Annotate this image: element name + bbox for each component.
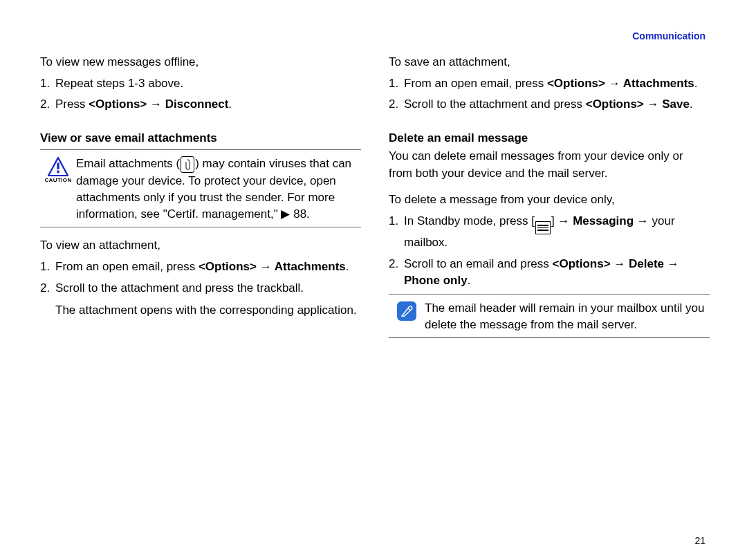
- bold-text: <Options>: [199, 260, 257, 273]
- divider: [389, 294, 710, 295]
- delete-step-1: 1. In Standby mode, press [] → Messaging…: [389, 213, 710, 252]
- text: Press: [55, 97, 89, 111]
- note-icon: [397, 301, 416, 321]
- step-number: 1.: [389, 213, 404, 252]
- caution-text: Email attachments () may contain viruses…: [76, 156, 361, 223]
- step-text: Repeat steps 1-3 above.: [55, 75, 361, 93]
- arrow-text: →: [147, 97, 165, 111]
- bold-text: Attachments: [623, 77, 694, 90]
- text: .: [694, 77, 698, 90]
- delete-intro: You can delete email messages from your …: [389, 148, 710, 182]
- arrow-text: →: [664, 257, 679, 270]
- step-text: Scroll to an email and press <Options> →…: [404, 256, 710, 290]
- caution-icon: [48, 157, 68, 176]
- svg-rect-2: [57, 171, 59, 174]
- step-number: 2.: [40, 96, 55, 113]
- text: From an open email, press: [404, 77, 547, 90]
- offline-step-2: 2. Press <Options> → Disconnect.: [40, 96, 361, 113]
- step-number: 2.: [40, 280, 55, 297]
- save-attachment-intro: To save an attachment,: [389, 54, 710, 71]
- step-text: In Standby mode, press [] → Messaging → …: [404, 213, 710, 252]
- bold-text: <Options>: [586, 97, 644, 111]
- step-number: 2.: [389, 256, 404, 290]
- svg-line-3: [408, 308, 411, 311]
- step-text: From an open email, press <Options> → At…: [55, 259, 361, 276]
- attachment-icon: [181, 156, 194, 173]
- step-number: 1.: [40, 75, 55, 93]
- text: From an open email, press: [55, 260, 199, 273]
- svg-rect-1: [57, 162, 59, 169]
- text: ] →: [551, 214, 573, 227]
- delete-sub-intro: To delete a message from your device onl…: [389, 192, 710, 209]
- text: Email attachments (: [76, 157, 180, 170]
- right-column: To save an attachment, 1. From an open e…: [389, 54, 710, 344]
- text: .: [228, 97, 232, 111]
- section-title-view-save: View or save email attachments: [40, 131, 361, 145]
- divider: [40, 149, 361, 150]
- bold-text: Messaging: [573, 214, 634, 227]
- step-number: 1.: [389, 75, 404, 93]
- text: Scroll to the attachment and press: [404, 97, 586, 111]
- divider: [389, 337, 710, 338]
- arrow-text: →: [611, 257, 629, 270]
- text: 88.: [290, 207, 309, 221]
- menu-key-icon: [535, 221, 551, 234]
- text: .: [690, 97, 693, 111]
- text: .: [346, 260, 349, 273]
- text: In Standby mode, press [: [404, 214, 535, 227]
- arrow-text: →: [605, 77, 623, 90]
- step-number: 2.: [389, 96, 404, 113]
- save-step-1: 1. From an open email, press <Options> →…: [389, 75, 710, 93]
- delete-step-2: 2. Scroll to an email and press <Options…: [389, 256, 710, 290]
- view-step-1: 1. From an open email, press <Options> →…: [40, 259, 361, 276]
- xref-arrow-icon: ▶: [281, 207, 290, 221]
- step-text: Press <Options> → Disconnect.: [55, 96, 361, 113]
- divider: [40, 227, 361, 227]
- bold-text: Delete: [629, 257, 664, 270]
- step-number: 1.: [40, 259, 55, 276]
- view-step-2: 2. Scroll to the attachment and press th…: [40, 280, 361, 297]
- bold-text: Phone only: [404, 274, 468, 287]
- section-header: Communication: [40, 30, 710, 41]
- note-text: The email header will remain in your mai…: [425, 300, 710, 333]
- text: .: [468, 274, 471, 287]
- step-text: Scroll to the attachment and press the t…: [55, 280, 361, 297]
- offline-step-1: 1. Repeat steps 1-3 above.: [40, 75, 361, 93]
- caution-callout: CAUTION Email attachments () may contain…: [40, 156, 361, 223]
- save-step-2: 2. Scroll to the attachment and press <O…: [389, 96, 710, 113]
- bold-text: Disconnect: [165, 97, 229, 111]
- arrow-text: →: [634, 214, 652, 227]
- offline-intro: To view new messages offline,: [40, 54, 361, 71]
- bold-text: Save: [662, 97, 690, 111]
- view-step-2-sub: The attachment opens with the correspond…: [55, 302, 361, 319]
- bold-text: <Options>: [553, 257, 611, 270]
- arrow-text: →: [257, 260, 275, 273]
- arrow-text: →: [644, 97, 662, 111]
- bold-text: Attachments: [275, 260, 346, 273]
- text: Scroll to an email and press: [404, 257, 553, 270]
- view-attachment-intro: To view an attachment,: [40, 237, 361, 254]
- page-number: 21: [694, 535, 706, 546]
- note-callout: The email header will remain in your mai…: [389, 300, 710, 333]
- bold-text: <Options>: [547, 77, 605, 90]
- step-text: Scroll to the attachment and press <Opti…: [404, 96, 710, 113]
- bold-text: <Options>: [89, 97, 147, 111]
- section-title-delete: Delete an email message: [389, 131, 710, 145]
- left-column: To view new messages offline, 1. Repeat …: [40, 54, 361, 344]
- caution-label: CAUTION: [44, 177, 71, 183]
- step-text: From an open email, press <Options> → At…: [404, 75, 710, 93]
